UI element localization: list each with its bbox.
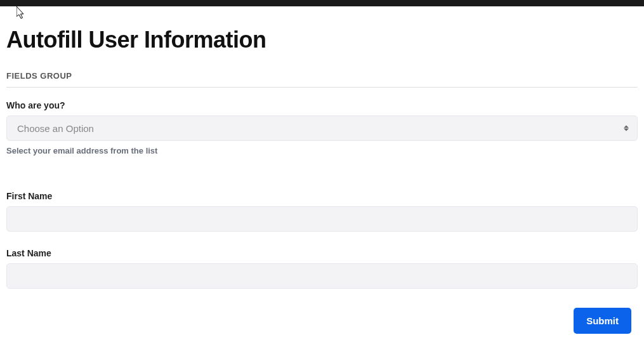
first-name-label: First Name — [6, 191, 638, 201]
submit-button[interactable]: Submit — [574, 308, 631, 334]
last-name-input[interactable] — [6, 263, 638, 289]
who-are-you-label: Who are you? — [6, 100, 638, 110]
who-help-text: Select your email address from the list — [6, 146, 638, 155]
first-name-field: First Name — [6, 191, 638, 232]
who-are-you-select[interactable]: Choose an Option — [6, 115, 638, 141]
page-title: Autofill User Information — [6, 27, 638, 53]
section-header: FIELDS GROUP — [6, 71, 638, 81]
first-name-input[interactable] — [6, 206, 638, 232]
last-name-label: Last Name — [6, 248, 638, 258]
divider — [6, 87, 638, 88]
top-bar — [0, 0, 644, 6]
who-are-you-field: Who are you? Choose an Option Select you… — [6, 100, 638, 155]
last-name-field: Last Name — [6, 248, 638, 289]
